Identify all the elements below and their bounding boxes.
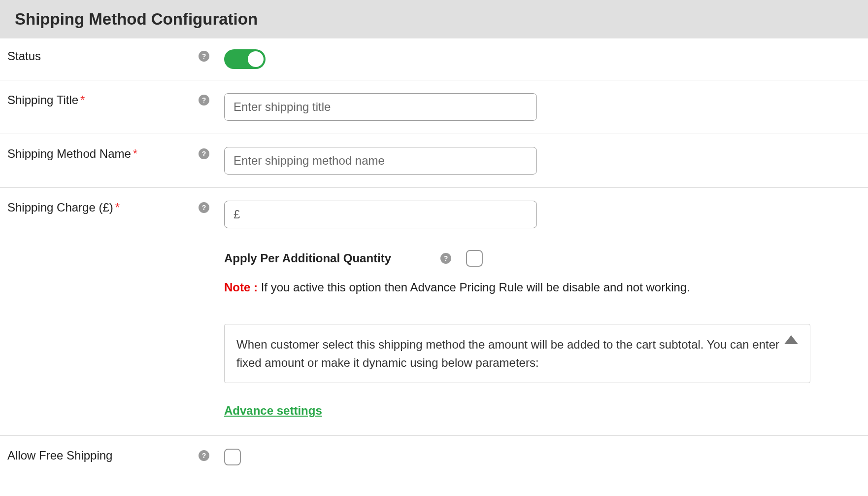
shipping-title-input[interactable] [224, 93, 537, 121]
required-mark: * [133, 147, 137, 160]
advance-settings-link[interactable]: Advance settings [224, 404, 322, 418]
shipping-method-name-label: Shipping Method Name* [7, 147, 137, 161]
section-shipping-method-name: Shipping Method Name* ? [0, 134, 868, 188]
help-icon[interactable]: ? [199, 202, 209, 213]
help-icon[interactable]: ? [199, 95, 209, 106]
apply-per-qty-label: Apply Per Additional Quantity [224, 251, 391, 265]
required-mark: * [115, 201, 120, 214]
info-box: When customer select this shipping metho… [224, 324, 810, 383]
apply-per-qty-row: Apply Per Additional Quantity ? [224, 250, 810, 267]
shipping-charge-input[interactable] [224, 201, 537, 228]
help-icon[interactable]: ? [199, 148, 209, 159]
help-icon[interactable]: ? [440, 253, 451, 264]
allow-free-shipping-checkbox[interactable] [224, 449, 241, 465]
help-icon[interactable]: ? [199, 450, 209, 461]
apply-per-qty-checkbox[interactable] [466, 250, 483, 267]
note-label: Note : [224, 281, 258, 294]
section-status: Status ? [0, 38, 868, 80]
help-icon[interactable]: ? [199, 51, 209, 62]
status-toggle[interactable] [224, 49, 266, 69]
page-header: Shipping Method Configuration [0, 0, 868, 38]
info-text: When customer select this shipping metho… [236, 338, 779, 369]
note-text: If you active this option then Advance P… [258, 281, 690, 294]
collapse-arrow-icon[interactable] [784, 335, 798, 344]
section-shipping-title: Shipping Title* ? [0, 80, 868, 134]
section-shipping-charge: Shipping Charge (£)* ? Apply Per Additio… [0, 188, 868, 436]
shipping-title-label: Shipping Title* [7, 93, 85, 107]
shipping-charge-label: Shipping Charge (£)* [7, 201, 120, 214]
shipping-method-name-input[interactable] [224, 147, 537, 175]
section-allow-free-shipping: Allow Free Shipping ? [0, 436, 868, 478]
status-label: Status [7, 49, 41, 63]
note-line: Note : If you active this option then Ad… [224, 281, 810, 294]
page-title: Shipping Method Configuration [15, 10, 853, 29]
toggle-knob [248, 51, 264, 67]
allow-free-shipping-label: Allow Free Shipping [7, 449, 112, 462]
required-mark: * [80, 93, 85, 106]
